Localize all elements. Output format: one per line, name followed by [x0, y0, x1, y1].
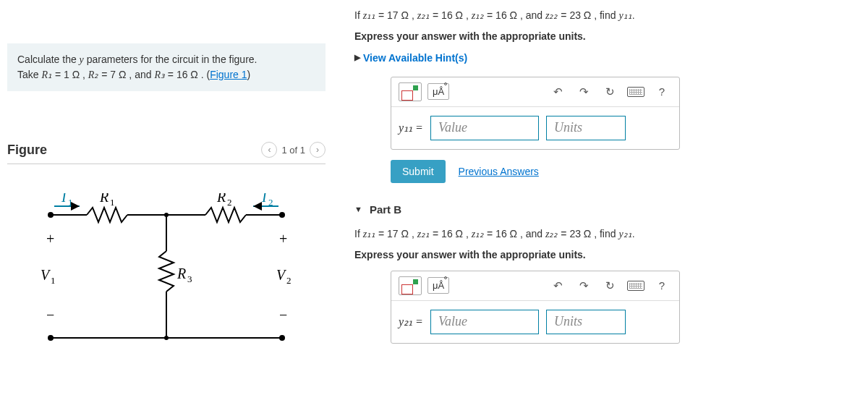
partB-units-input[interactable]: Units	[546, 310, 626, 334]
close-paren: )	[247, 69, 251, 80]
units-picker-button[interactable]: μÅ	[427, 277, 449, 294]
template-picker-icon[interactable]	[399, 82, 422, 101]
svg-text:3: 3	[187, 273, 192, 284]
partB-title: Part B	[370, 203, 401, 216]
redo-icon[interactable]: ↷	[574, 82, 594, 102]
units-picker-button[interactable]: μÅ	[427, 83, 449, 100]
svg-point-11	[164, 213, 169, 217]
prompt-text: Calculate the	[17, 54, 80, 65]
r2v: = 7 Ω , and	[98, 69, 154, 80]
svg-text:−: −	[279, 307, 287, 323]
hint-label: View Available Hint(s)	[363, 52, 467, 64]
problem-prompt: Calculate the y parameters for the circu…	[7, 43, 326, 91]
svg-point-12	[164, 336, 169, 340]
partB-variable: y₂₁ =	[399, 315, 423, 328]
partA-value-input[interactable]: Value	[430, 116, 539, 140]
partA-question: If z₁₁ = 17 Ω , z₂₁ = 16 Ω , z₁₂ = 16 Ω …	[354, 7, 861, 24]
partB-header[interactable]: ▼ Part B	[354, 203, 861, 216]
partB-value-input[interactable]: Value	[430, 310, 539, 334]
svg-text:V: V	[41, 267, 51, 283]
help-icon[interactable]: ?	[652, 276, 672, 296]
undo-icon[interactable]: ↶	[548, 276, 568, 296]
caret-down-icon: ▼	[354, 205, 362, 213]
keyboard-icon[interactable]	[626, 82, 646, 102]
circuit-diagram: I1 I2 R1 R2 R3 + + V1 V2 − −	[7, 193, 326, 362]
redo-icon[interactable]: ↷	[574, 276, 594, 296]
svg-text:2: 2	[268, 197, 273, 208]
svg-text:2: 2	[227, 197, 232, 208]
svg-text:R: R	[176, 266, 186, 281]
svg-text:R: R	[216, 193, 226, 205]
svg-text:−: −	[46, 307, 54, 323]
partA-express: Express your answer with the appropriate…	[354, 28, 861, 44]
r2: R₂	[88, 69, 99, 80]
svg-text:I: I	[61, 193, 67, 205]
svg-text:1: 1	[68, 197, 73, 208]
next-figure-button[interactable]: ›	[310, 142, 326, 158]
partB-question: If z₁₁ = 17 Ω , z₂₁ = 16 Ω , z₁₂ = 16 Ω …	[354, 226, 861, 242]
partA-answer-box: μÅ ↶ ↷ ↻ ? y₁₁ = Value Units	[391, 77, 680, 150]
svg-point-7	[48, 212, 54, 218]
r3v: = 16 Ω . (	[165, 69, 210, 80]
caret-right-icon: ▶	[354, 53, 360, 62]
svg-text:V: V	[276, 267, 287, 283]
partB-answer-box: μÅ ↶ ↷ ↻ ? y₂₁ = Value Units	[391, 271, 680, 344]
svg-text:1: 1	[51, 275, 56, 286]
svg-text:+: +	[46, 231, 54, 247]
keyboard-icon[interactable]	[626, 276, 646, 296]
partA-variable: y₁₁ =	[399, 121, 423, 135]
figure-pager: ‹ 1 of 1 ›	[261, 142, 326, 158]
svg-text:I: I	[261, 193, 268, 205]
partA-submit-button[interactable]: Submit	[391, 160, 446, 183]
take-text: Take	[17, 69, 41, 80]
figure-title: Figure	[7, 143, 47, 158]
svg-point-8	[48, 335, 54, 341]
partB-express: Express your answer with the appropriate…	[354, 247, 861, 263]
partA-previous-answers-link[interactable]: Previous Answers	[459, 166, 539, 177]
r1v: = 1 Ω ,	[52, 69, 88, 80]
svg-point-9	[279, 212, 285, 218]
svg-point-10	[279, 335, 285, 341]
view-hints-button[interactable]: ▶ View Available Hint(s)	[354, 52, 861, 64]
svg-text:1: 1	[110, 197, 115, 208]
template-picker-icon[interactable]	[399, 276, 422, 295]
help-icon[interactable]: ?	[652, 82, 672, 102]
prompt-text2: parameters for the circuit in the figure…	[84, 54, 258, 65]
prev-figure-button[interactable]: ‹	[261, 142, 277, 158]
svg-text:2: 2	[286, 275, 292, 286]
figure-link[interactable]: Figure 1	[210, 69, 247, 80]
svg-text:+: +	[279, 231, 287, 247]
r3: R₃	[154, 69, 165, 80]
r1: R₁	[41, 69, 52, 80]
reset-icon[interactable]: ↻	[600, 82, 620, 102]
reset-icon[interactable]: ↻	[600, 276, 620, 296]
partA-units-input[interactable]: Units	[546, 116, 626, 140]
svg-text:R: R	[99, 193, 109, 205]
undo-icon[interactable]: ↶	[548, 82, 568, 102]
pager-text: 1 of 1	[281, 145, 305, 156]
